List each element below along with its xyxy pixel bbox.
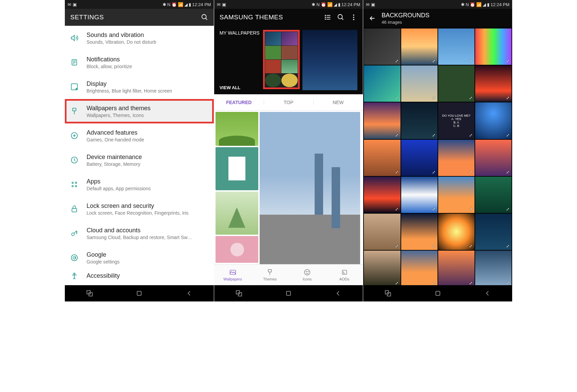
list-icon[interactable] [324, 14, 332, 21]
home-button[interactable] [135, 289, 143, 297]
svg-point-7 [76, 89, 77, 90]
svg-rect-49 [436, 291, 440, 295]
background-tile[interactable] [438, 251, 474, 285]
svg-point-32 [338, 15, 342, 19]
bnav-themes[interactable]: Themes [251, 264, 288, 285]
background-tile[interactable] [475, 102, 511, 139]
svg-point-16 [72, 185, 73, 187]
home-button[interactable] [284, 289, 293, 297]
featured-grid[interactable] [214, 111, 363, 264]
settings-item-accessibility[interactable]: Accessibility [65, 270, 214, 280]
settings-item-cloud[interactable]: Cloud and accountsSamsung Cloud, Backup … [65, 221, 214, 246]
settings-item-display[interactable]: DisplayBrightness, Blue light filter, Ho… [65, 75, 214, 99]
background-tile[interactable] [401, 28, 438, 65]
background-tile[interactable] [475, 140, 511, 176]
svg-point-36 [353, 19, 355, 20]
svg-rect-25 [137, 291, 141, 295]
search-icon[interactable] [201, 14, 208, 21]
theme-tile[interactable] [216, 147, 258, 190]
bnav-aods[interactable]: AODs [326, 264, 363, 285]
background-tile[interactable] [364, 177, 400, 213]
background-tile[interactable] [364, 214, 400, 250]
settings-item-apps[interactable]: AppsDefault apps, App permissions [65, 172, 214, 197]
item-sub: Wallpapers, Themes, Icons [87, 113, 199, 118]
bluetooth-icon: ✱ [163, 2, 166, 7]
background-tile[interactable] [401, 177, 438, 213]
mail-icon: ✉ [366, 2, 370, 7]
bnav-icons[interactable]: Icons [288, 264, 326, 285]
icons-icon [303, 269, 311, 276]
theme-tile[interactable] [216, 236, 258, 263]
nav-bar [363, 285, 512, 301]
settings-item-maintenance[interactable]: Device maintenanceBattery, Storage, Memo… [65, 148, 214, 172]
background-tile[interactable] [438, 177, 474, 213]
recents-button[interactable] [235, 289, 243, 297]
svg-point-19 [72, 233, 74, 236]
background-tile[interactable] [401, 251, 438, 285]
background-tile[interactable] [401, 102, 438, 139]
settings-item-sounds[interactable]: Sounds and vibrationSounds, Vibration, D… [65, 26, 214, 50]
item-title: Notifications [87, 56, 208, 63]
back-button[interactable] [483, 289, 491, 297]
back-button[interactable] [185, 289, 193, 297]
settings-item-lockscreen[interactable]: Lock screen and securityLock screen, Fac… [65, 197, 214, 221]
settings-item-google[interactable]: GoogleGoogle settings [65, 246, 214, 270]
background-tile[interactable] [438, 28, 474, 65]
background-tile[interactable] [475, 214, 511, 250]
item-sub: Lock screen, Face Recognition, Fingerpri… [87, 210, 199, 216]
background-tile[interactable] [401, 65, 438, 102]
backgrounds-grid[interactable]: DO YOU LOVE ME? A. YES B. A C. B [363, 28, 512, 285]
item-title: Sounds and vibration [87, 32, 208, 39]
recents-button[interactable] [86, 289, 94, 297]
apps-icon [70, 180, 78, 189]
background-tile[interactable] [401, 140, 438, 176]
theme-tile-large[interactable] [260, 112, 360, 264]
background-tile[interactable] [364, 65, 400, 102]
background-tile[interactable] [438, 65, 474, 102]
back-icon[interactable] [369, 15, 376, 22]
phone-themes: ✉▣ ✱N⏰📶◢▮12:24 PM SAMSUNG THEMES MY WALL… [214, 0, 363, 301]
bnav-wallpapers[interactable]: Wallpapers [214, 264, 252, 285]
wallpaper-preview-highlighted[interactable] [263, 30, 300, 89]
advanced-icon [70, 132, 78, 140]
themes-icon [266, 269, 274, 276]
nav-bar [65, 285, 214, 301]
background-tile[interactable] [475, 65, 511, 102]
background-tile[interactable] [438, 140, 474, 176]
settings-item-notifications[interactable]: NotificationsBlock, allow, prioritize [65, 50, 214, 75]
background-tile[interactable] [364, 28, 400, 65]
item-title: Wallpapers and themes [87, 105, 208, 112]
recents-button[interactable] [384, 289, 392, 297]
wallpaper-preview-side[interactable] [302, 30, 358, 90]
tab-new[interactable]: NEW [313, 94, 363, 110]
settings-list[interactable]: Sounds and vibrationSounds, Vibration, D… [65, 26, 214, 285]
search-icon[interactable] [337, 14, 345, 21]
background-tile[interactable] [364, 251, 400, 285]
background-tile-quote[interactable]: DO YOU LOVE ME? A. YES B. A C. B [438, 102, 474, 139]
item-sub: Block, allow, prioritize [87, 64, 199, 69]
nav-bar [214, 285, 363, 301]
background-tile[interactable] [475, 28, 511, 65]
item-sub: Sounds, Vibration, Do not disturb [87, 39, 199, 45]
more-icon[interactable] [350, 14, 357, 21]
back-button[interactable] [334, 289, 342, 297]
backgrounds-title: BACKGROUNDS [381, 12, 507, 19]
background-tile[interactable] [401, 214, 438, 250]
wifi-icon: 📶 [327, 2, 333, 7]
background-tile[interactable] [438, 214, 474, 250]
theme-tile[interactable] [216, 112, 258, 146]
settings-item-wallpapers[interactable]: Wallpapers and themesWallpapers, Themes,… [65, 99, 214, 123]
svg-point-40 [304, 270, 310, 275]
view-all-button[interactable]: VIEW ALL [220, 85, 260, 90]
svg-rect-18 [72, 209, 77, 212]
svg-line-1 [205, 18, 207, 20]
home-button[interactable] [434, 289, 442, 297]
background-tile[interactable] [475, 177, 511, 213]
background-tile[interactable] [364, 102, 400, 139]
tab-top[interactable]: TOP [264, 94, 313, 110]
theme-tile[interactable] [216, 192, 258, 235]
settings-item-advanced[interactable]: Advanced featuresGames, One-handed mode [65, 123, 214, 148]
tab-featured[interactable]: FEATURED [214, 94, 264, 110]
background-tile[interactable] [475, 251, 511, 285]
background-tile[interactable] [364, 140, 400, 176]
